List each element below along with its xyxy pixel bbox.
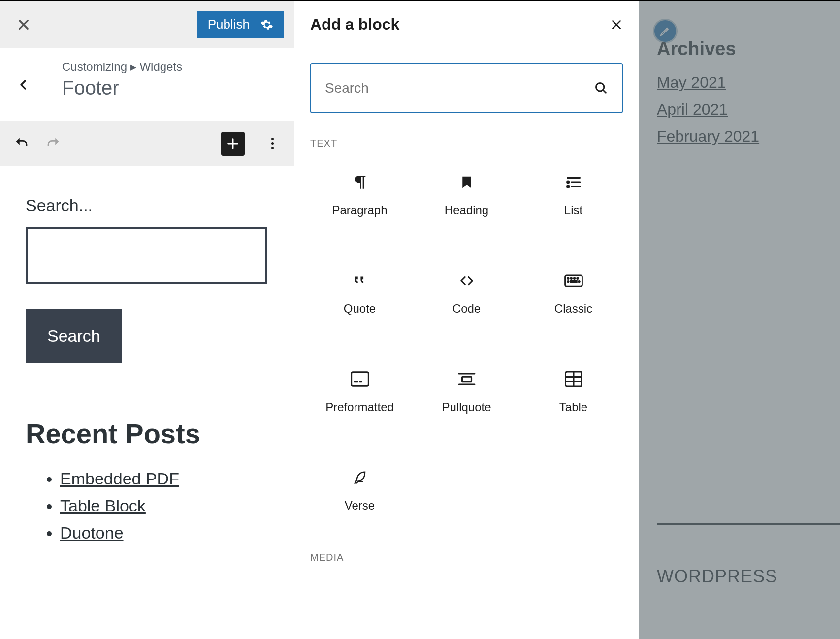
close-icon xyxy=(610,18,623,31)
close-inserter-button[interactable] xyxy=(610,18,623,31)
block-label: Heading xyxy=(445,203,488,217)
block-label: Verse xyxy=(345,499,375,512)
plus-icon xyxy=(226,137,240,151)
list-item: Table Block xyxy=(60,496,268,515)
code-icon xyxy=(457,273,476,288)
keyboard-icon xyxy=(564,273,583,288)
block-preformatted[interactable]: Preformatted xyxy=(306,355,413,429)
archive-link[interactable]: May 2021 xyxy=(657,73,840,92)
svg-point-1 xyxy=(567,181,569,183)
editor-toolbar xyxy=(0,121,294,166)
block-label: Quote xyxy=(344,302,376,316)
publish-label: Publish xyxy=(208,17,250,32)
inserter-title: Add a block xyxy=(310,15,399,33)
archive-link[interactable]: February 2021 xyxy=(657,128,840,146)
svg-point-7 xyxy=(577,278,578,279)
search-widget-label: Search... xyxy=(26,196,268,215)
site-preview: Archives May 2021 April 2021 February 20… xyxy=(639,1,840,639)
svg-point-2 xyxy=(567,185,569,187)
block-code[interactable]: Code xyxy=(413,256,520,330)
search-widget-input[interactable] xyxy=(26,227,267,284)
block-inserter-panel: Add a block TEXT Paragraph Heading xyxy=(294,1,639,639)
block-pullquote[interactable]: Pullquote xyxy=(413,355,520,429)
widget-area-preview: Search... Search Recent Posts Embedded P… xyxy=(0,166,294,570)
svg-point-6 xyxy=(574,278,575,279)
block-label: Table xyxy=(559,400,587,414)
undo-icon xyxy=(13,135,30,152)
breadcrumb: Customizing ▸ Widgets xyxy=(62,60,182,74)
publish-area: Publish xyxy=(197,1,294,48)
section-label-text: TEXT xyxy=(294,113,639,158)
quote-icon xyxy=(352,272,368,289)
customizer-top-bar: Publish xyxy=(0,1,294,48)
svg-point-9 xyxy=(578,281,580,282)
inserter-header: Add a block xyxy=(294,1,639,48)
redo-icon xyxy=(45,135,62,152)
svg-rect-11 xyxy=(351,372,368,386)
close-customizer-button[interactable] xyxy=(0,1,47,48)
block-search-input[interactable] xyxy=(325,80,594,96)
recent-posts-list: Embedded PDF Table Block Duotone xyxy=(26,469,268,543)
block-label: Code xyxy=(452,302,481,316)
block-label: Paragraph xyxy=(332,203,387,217)
recent-post-link[interactable]: Embedded PDF xyxy=(60,469,179,488)
bookmark-icon xyxy=(459,175,474,190)
block-paragraph[interactable]: Paragraph xyxy=(306,158,413,232)
redo-button[interactable] xyxy=(43,134,63,154)
block-search-field[interactable] xyxy=(310,63,623,113)
list-item: Embedded PDF xyxy=(60,469,268,488)
breadcrumb-row: Customizing ▸ Widgets Footer xyxy=(0,48,294,121)
preformatted-icon xyxy=(351,371,369,387)
more-options-button[interactable] xyxy=(262,138,282,149)
section-label-media: MEDIA xyxy=(294,527,639,572)
feather-icon xyxy=(353,469,367,486)
list-item: Duotone xyxy=(60,523,268,543)
block-label: Classic xyxy=(554,302,592,316)
recent-post-link[interactable]: Table Block xyxy=(60,496,146,515)
undo-button[interactable] xyxy=(12,134,32,154)
block-heading[interactable]: Heading xyxy=(413,158,520,232)
pencil-icon xyxy=(659,25,671,37)
block-table[interactable]: Table xyxy=(520,355,627,429)
add-block-button[interactable] xyxy=(221,132,245,156)
back-button[interactable] xyxy=(0,48,47,121)
site-brand: WORDPRESS xyxy=(657,566,777,587)
block-label: Preformatted xyxy=(325,400,394,414)
svg-rect-12 xyxy=(462,377,471,382)
paragraph-icon xyxy=(352,174,368,191)
chevron-left-icon xyxy=(18,77,30,93)
customizer-panel: Publish Customizing ▸ Widgets Footer xyxy=(0,1,294,639)
search-widget-button[interactable]: Search xyxy=(26,309,122,363)
recent-post-link[interactable]: Duotone xyxy=(60,523,124,542)
svg-point-4 xyxy=(567,278,569,279)
archives-list: May 2021 April 2021 February 2021 xyxy=(657,73,840,146)
archives-heading: Archives xyxy=(657,38,840,60)
publish-button[interactable]: Publish xyxy=(197,11,284,38)
gear-icon xyxy=(260,18,273,31)
svg-rect-10 xyxy=(570,281,577,282)
svg-point-8 xyxy=(567,281,569,282)
section-title: Footer xyxy=(62,77,182,99)
block-label: List xyxy=(564,203,582,217)
archive-link[interactable]: April 2021 xyxy=(657,100,840,119)
table-icon xyxy=(565,371,582,387)
block-label: Pullquote xyxy=(442,400,491,414)
recent-posts-heading: Recent Posts xyxy=(26,417,268,449)
list-icon xyxy=(564,174,583,191)
search-icon xyxy=(594,81,608,95)
close-icon xyxy=(17,18,31,32)
svg-point-5 xyxy=(570,278,572,279)
footer-divider xyxy=(657,523,840,525)
block-grid-text: Paragraph Heading List Quote Code Classi xyxy=(294,158,639,527)
block-list[interactable]: List xyxy=(520,158,627,232)
block-verse[interactable]: Verse xyxy=(306,453,413,527)
pullquote-icon xyxy=(457,372,476,386)
block-quote[interactable]: Quote xyxy=(306,256,413,330)
block-classic[interactable]: Classic xyxy=(520,256,627,330)
